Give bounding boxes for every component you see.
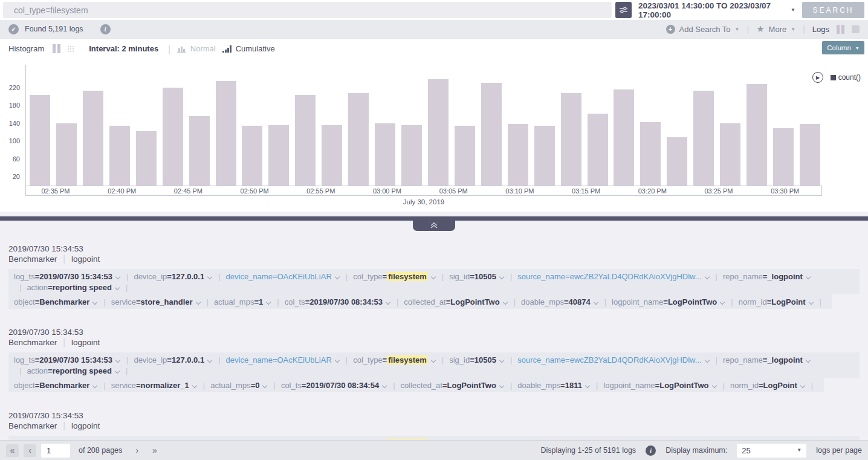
field-dropdown-icon[interactable] [499, 357, 504, 362]
log-field[interactable]: object=Benchmarker [14, 297, 98, 306]
log-field[interactable]: device_name=OAcKEiUbLiAR [226, 272, 340, 281]
histogram-bar[interactable] [667, 137, 687, 186]
histogram-bar[interactable] [375, 123, 395, 186]
histogram-bar[interactable] [455, 126, 475, 186]
histogram-bar[interactable] [83, 91, 103, 186]
last-page-button[interactable]: » [148, 444, 161, 457]
field-dropdown-icon[interactable] [704, 274, 709, 279]
log-field[interactable]: collected_at=LogPointTwo [404, 297, 508, 306]
chart-type-dropdown[interactable]: Column ▼ [822, 41, 864, 54]
field-dropdown-icon[interactable] [382, 383, 387, 387]
add-search-to-button[interactable]: + Add Search To ▼ [666, 25, 740, 34]
field-dropdown-icon[interactable] [266, 299, 271, 304]
field-dropdown-icon[interactable] [115, 357, 120, 362]
histogram-bar[interactable] [481, 83, 502, 186]
log-field[interactable]: source_name=ewcZB2YaLD4QDRdKAioXVjgHDlw.… [517, 272, 710, 281]
cumulative-mode-button[interactable]: Cumulative [222, 44, 275, 53]
log-field[interactable]: logpoint_name=LogPointTwo [603, 381, 717, 390]
log-field[interactable]: sig_id=10505 [449, 355, 505, 364]
field-dropdown-icon[interactable] [593, 299, 598, 304]
prev-page-button[interactable]: ‹ [24, 444, 36, 457]
histogram-bar[interactable] [109, 126, 130, 186]
logs-per-page-select[interactable]: 25 ▼ [737, 444, 806, 458]
log-field[interactable]: norm_id=LogPoint [739, 297, 814, 306]
log-field[interactable]: source_name=ewcZB2YaLD4QDRdKAioXVjgHDlw.… [517, 355, 710, 364]
log-field[interactable]: col_ts=2019/07/30 08:34:54 [281, 381, 387, 390]
histogram-bar[interactable] [216, 81, 236, 186]
log-field[interactable]: doable_mps=1811 [517, 381, 591, 390]
column-view-toggle-icon[interactable] [837, 25, 844, 34]
search-query-input[interactable] [3, 2, 612, 18]
search-button[interactable]: SEARCH [802, 2, 864, 18]
field-dropdown-icon[interactable] [92, 383, 97, 387]
histogram-bar[interactable] [508, 124, 528, 186]
page-number-input[interactable] [41, 444, 70, 458]
histogram-bar[interactable] [800, 124, 820, 186]
log-field[interactable]: log_ts=2019/07/30 15:34:53 [14, 272, 121, 281]
log-field[interactable]: col_type=filesystem [353, 272, 436, 281]
field-dropdown-icon[interactable] [115, 285, 120, 290]
field-dropdown-icon[interactable] [207, 357, 212, 362]
play-icon[interactable]: ▶ [812, 72, 823, 83]
field-dropdown-icon[interactable] [207, 274, 212, 279]
histogram-bar[interactable] [588, 114, 608, 186]
log-field[interactable]: col_type=filesystem [353, 355, 436, 364]
log-field[interactable]: actual_mps=0 [210, 381, 268, 390]
log-field[interactable]: repo_name=_logpoint [723, 355, 811, 364]
histogram-bar[interactable] [720, 123, 740, 186]
log-field[interactable]: action=reporting speed [27, 283, 120, 292]
field-dropdown-icon[interactable] [711, 383, 716, 387]
log-entry[interactable]: 2019/07/30 15:34:53Benchmarker|logpointl… [8, 410, 860, 440]
info-icon[interactable]: i [646, 445, 656, 456]
histogram-bar[interactable] [614, 89, 634, 186]
log-field[interactable]: device_name=OAcKEiUbLiAR [226, 355, 340, 364]
log-entry[interactable]: 2019/07/30 15:34:53Benchmarker|logpointl… [8, 327, 860, 392]
histogram-grid-view-icon[interactable] [66, 45, 74, 53]
histogram-bar[interactable] [163, 88, 183, 186]
log-entry[interactable]: 2019/07/30 15:34:53Benchmarker|logpointl… [8, 244, 860, 309]
log-field[interactable]: actual_mps=1 [214, 297, 271, 306]
histogram-bar[interactable] [56, 123, 77, 186]
log-field[interactable]: logpoint_name=LogPointTwo [612, 297, 725, 306]
field-dropdown-icon[interactable] [262, 383, 267, 387]
histogram-bar[interactable] [561, 93, 581, 186]
field-dropdown-icon[interactable] [585, 383, 590, 387]
field-dropdown-icon[interactable] [704, 357, 709, 362]
field-dropdown-icon[interactable] [502, 299, 507, 304]
histogram-bar[interactable] [136, 131, 157, 186]
normal-mode-button[interactable]: Normal [177, 44, 216, 53]
log-field[interactable]: device_ip=127.0.0.1 [134, 355, 213, 364]
field-dropdown-icon[interactable] [806, 357, 811, 362]
log-field[interactable]: doable_mps=40874 [521, 297, 599, 306]
histogram-bar[interactable] [30, 95, 50, 186]
field-dropdown-icon[interactable] [115, 368, 120, 373]
histogram-bar[interactable] [428, 79, 449, 186]
log-field[interactable]: norm_id=LogPoint [730, 381, 806, 390]
date-range-picker[interactable]: 2023/03/01 14:30:00 TO 2023/03/07 17:00:… [638, 2, 795, 18]
log-field[interactable]: action=reporting speed [27, 366, 120, 375]
log-field[interactable]: service=normalizer_1 [111, 381, 198, 390]
field-dropdown-icon[interactable] [92, 299, 97, 304]
histogram-bar[interactable] [773, 128, 794, 186]
info-icon[interactable]: i [100, 24, 111, 34]
log-field[interactable]: sig_id=10505 [449, 272, 505, 281]
field-dropdown-icon[interactable] [431, 274, 436, 279]
histogram-bar[interactable] [268, 125, 289, 186]
field-dropdown-icon[interactable] [192, 383, 197, 387]
log-field[interactable]: object=Benchmarker [14, 381, 98, 390]
histogram-bar[interactable] [189, 116, 210, 186]
filter-settings-button[interactable] [615, 2, 632, 18]
histogram-bar[interactable] [295, 95, 316, 186]
field-dropdown-icon[interactable] [806, 274, 811, 279]
field-dropdown-icon[interactable] [499, 383, 504, 387]
log-field[interactable]: log_ts=2019/07/30 15:34:53 [14, 355, 121, 364]
field-dropdown-icon[interactable] [800, 383, 805, 387]
log-field[interactable]: repo_name=_logpoint [723, 272, 811, 281]
histogram-bar[interactable] [401, 125, 422, 186]
histogram-bar[interactable] [640, 122, 661, 186]
histogram-bar[interactable] [348, 93, 369, 186]
histogram-bar[interactable] [322, 125, 342, 186]
grid-view-toggle-icon[interactable] [852, 25, 860, 33]
field-dropdown-icon[interactable] [808, 299, 813, 304]
field-dropdown-icon[interactable] [115, 274, 120, 279]
